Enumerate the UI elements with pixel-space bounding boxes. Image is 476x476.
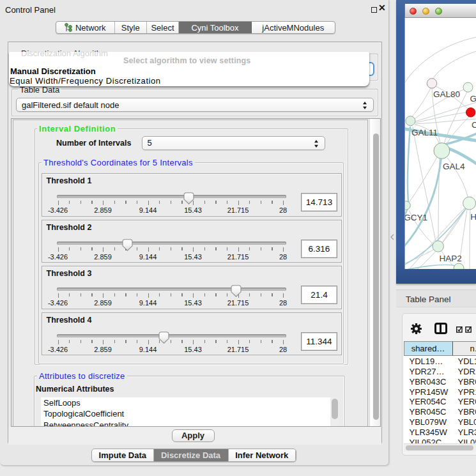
svg-text:C: C <box>472 120 476 130</box>
svg-text:H: H <box>470 212 476 222</box>
svg-text:GAL80: GAL80 <box>433 89 460 99</box>
svg-text:GA: GA <box>470 94 476 104</box>
svg-text:HAP2: HAP2 <box>439 254 461 263</box>
svg-text:GAL11: GAL11 <box>411 128 438 137</box>
svg-text:GAL4: GAL4 <box>443 162 465 171</box>
svg-text:GCY1: GCY1 <box>405 213 427 222</box>
